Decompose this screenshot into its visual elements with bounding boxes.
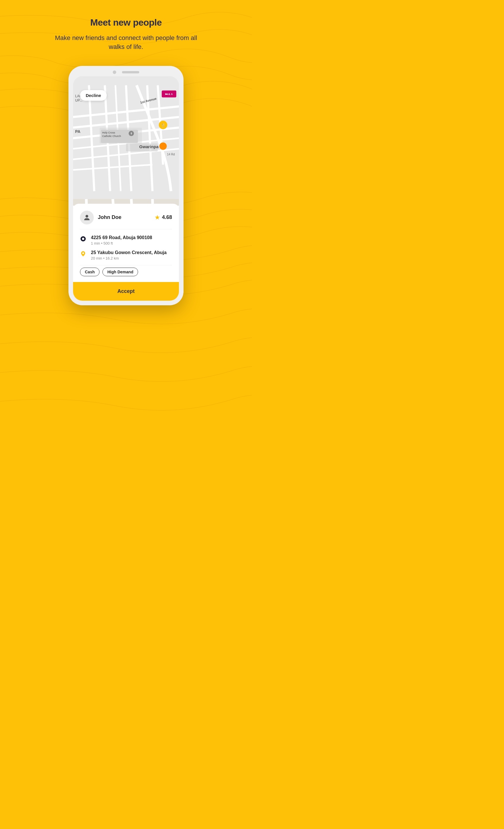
svg-point-6 [159, 142, 167, 150]
svg-text:14 Rd: 14 Rd [167, 153, 175, 156]
avatar [80, 211, 94, 224]
dropoff-text: 25 Yakubu Gowon Crescent, Abuja 20 min •… [91, 250, 172, 260]
pickup-text: 4225 69 Road, Abuja 900108 1 min • 500 f… [91, 235, 172, 246]
phone-screen: 🍴 14 Rd 1st Avenue [73, 76, 179, 301]
svg-text:Catholic Church: Catholic Church [102, 134, 121, 137]
phone-top-bar [73, 71, 179, 74]
user-name: John Doe [98, 214, 121, 220]
demand-tag: High Demand [102, 267, 138, 276]
dropoff-route-item: 25 Yakubu Gowon Crescent, Abuja 20 min •… [80, 250, 172, 260]
svg-text:✝: ✝ [130, 132, 133, 135]
dropoff-address: 25 Yakubu Gowon Crescent, Abuja [91, 250, 172, 255]
accept-button[interactable]: Accept [73, 282, 179, 301]
dropoff-icon [80, 251, 86, 257]
svg-point-48 [82, 252, 84, 254]
payment-tag: Cash [80, 267, 100, 276]
tags-section: Cash High Demand [80, 265, 172, 276]
svg-text:Gwarinpa: Gwarinpa [139, 144, 159, 149]
svg-text:Holy Cross: Holy Cross [102, 131, 115, 134]
route-section: 4225 69 Road, Abuja 900108 1 min • 500 f… [80, 235, 172, 260]
svg-point-45 [85, 215, 88, 217]
decline-button[interactable]: Decline [80, 90, 107, 101]
svg-point-47 [82, 238, 84, 240]
dropoff-meta: 20 min • 16.2 km [91, 256, 172, 260]
svg-text:PA: PA [75, 129, 80, 134]
phone-speaker [122, 71, 139, 73]
phone-camera [113, 71, 116, 74]
page-subheadline: Make new friends and connect with people… [51, 34, 201, 51]
svg-text:🛏 & A: 🛏 & A [165, 93, 173, 96]
card-header: John Doe ★ 4.68 [80, 211, 172, 229]
star-icon: ★ [154, 214, 160, 221]
pickup-route-item: 4225 69 Road, Abuja 900108 1 min • 500 f… [80, 235, 172, 246]
pickup-meta: 1 min • 500 ft [91, 241, 172, 246]
pickup-address: 4225 69 Road, Abuja 900108 [91, 235, 172, 240]
svg-text:🍴: 🍴 [161, 123, 166, 128]
rating-value: 4.68 [162, 214, 172, 220]
ride-request-card: John Doe ★ 4.68 [73, 204, 179, 301]
pickup-icon [80, 236, 86, 242]
user-info: John Doe [80, 211, 121, 224]
page-headline: Meet new people [90, 17, 162, 28]
map-area: 🍴 14 Rd 1st Avenue [73, 76, 179, 301]
rating: ★ 4.68 [154, 214, 172, 221]
phone-mockup: 🍴 14 Rd 1st Avenue [66, 66, 186, 305]
